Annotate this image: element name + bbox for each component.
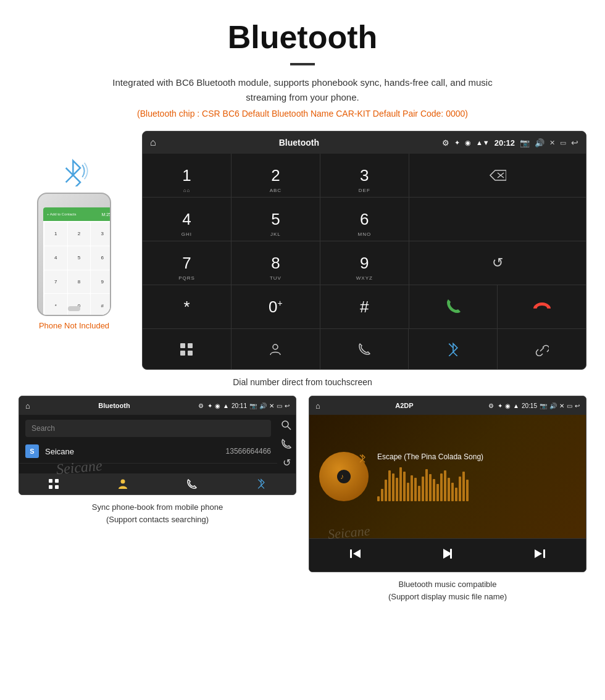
phone-key[interactable]: 5 <box>68 246 91 270</box>
usb-icon: ⚙ <box>442 138 449 148</box>
phonebook-block: ⌂ Bluetooth ⚙ ✦ ◉ ▲ 20:11 📷 🔊 ✕ ▭ ↩ <box>19 396 296 602</box>
search-placeholder: Search <box>31 424 55 433</box>
phone-key[interactable]: 1 <box>44 222 67 246</box>
phone-key[interactable]: 9 <box>91 270 111 294</box>
dial-call-red[interactable] <box>498 285 586 328</box>
phone-key[interactable]: 6 <box>91 246 111 270</box>
svg-line-9 <box>449 343 453 348</box>
music-statusbar: ⌂ A2DP ⚙ ✦ ◉ ▲ 20:15 📷 🔊 ✕ ▭ ↩ <box>309 396 586 415</box>
music-close-icon: ✕ <box>559 402 564 409</box>
phonebook-search-bar[interactable]: Search <box>25 420 271 437</box>
pb-vol-icon: 🔊 <box>259 402 267 409</box>
music-bt-icon: ✦ <box>498 402 503 409</box>
svg-line-10 <box>449 352 453 356</box>
dial-key-7[interactable]: 7PQRS <box>143 241 232 285</box>
close-icon[interactable]: ✕ <box>549 139 555 147</box>
pb-time: 20:11 <box>232 402 247 409</box>
dial-key-2[interactable]: 2ABC <box>232 154 320 197</box>
svg-point-17 <box>121 480 125 484</box>
skip-prev-btn[interactable] <box>342 545 369 565</box>
pb-search-btn[interactable] <box>281 420 292 433</box>
pb-title: Bluetooth <box>34 402 194 409</box>
pb-grid-btn[interactable] <box>19 478 88 490</box>
viz-bar <box>388 470 391 501</box>
phone-key[interactable]: # <box>91 294 111 316</box>
pb-refresh-btn[interactable]: ↺ <box>283 457 291 469</box>
phonebook-bottombar <box>19 473 296 494</box>
dial-key-6[interactable]: 6MNO <box>320 198 409 241</box>
dial-grid-btn[interactable] <box>143 329 232 369</box>
pb-bt-icon: ✦ <box>207 402 212 409</box>
viz-bar <box>407 483 409 501</box>
volume-icon[interactable]: 🔊 <box>535 138 544 148</box>
svg-rect-26 <box>450 549 452 559</box>
svg-point-8 <box>273 344 278 349</box>
music-vol-icon: 🔊 <box>549 402 557 409</box>
dial-person-btn[interactable] <box>232 329 320 369</box>
viz-bar <box>418 486 420 501</box>
dial-link-btn[interactable] <box>498 329 586 369</box>
phonebook-statusbar: ⌂ Bluetooth ⚙ ✦ ◉ ▲ 20:11 📷 🔊 ✕ ▭ ↩ <box>19 396 296 415</box>
viz-bar <box>422 477 424 501</box>
music-loc-icon: ◉ <box>505 402 511 409</box>
phone-home-btn[interactable] <box>68 306 80 311</box>
pb-person-btn[interactable] <box>88 478 157 490</box>
svg-rect-23 <box>350 549 352 558</box>
pb-loc-icon: ◉ <box>215 402 220 409</box>
phonebook-caption: Sync phone-book from mobile phone (Suppo… <box>92 501 223 525</box>
bt-signal-icon <box>59 156 90 186</box>
phone-key[interactable]: 8 <box>68 270 91 294</box>
pb-call-btn[interactable] <box>281 438 292 452</box>
svg-rect-6 <box>180 351 185 356</box>
dial-key-8[interactable]: 8TUV <box>232 241 320 285</box>
phone-key[interactable]: 2 <box>68 222 91 246</box>
dial-key-0[interactable]: 0+ <box>232 285 320 328</box>
skip-next-btn[interactable] <box>526 545 553 565</box>
viz-bar <box>448 478 450 501</box>
dial-statusbar: ⌂ Bluetooth ⚙ ✦ ◉ ▲▼ 20:12 📷 🔊 ✕ ▭ ↩ <box>143 131 586 154</box>
phone-key[interactable]: 3 <box>91 222 111 246</box>
dial-key-1[interactable]: 1⌂⌂ <box>143 154 232 197</box>
dial-backspace[interactable] <box>409 154 586 198</box>
pb-phone2-btn[interactable] <box>157 478 227 490</box>
music-signal-icon: ▲ <box>513 402 519 409</box>
dial-key-5[interactable]: 5JKL <box>232 198 320 241</box>
dial-keypad-left: 1⌂⌂ 2ABC 3DEF 4GHI 5JKL <box>143 154 409 328</box>
dial-main-area: 1⌂⌂ 2ABC 3DEF 4GHI 5JKL <box>143 154 586 328</box>
phone-key[interactable]: 0 <box>68 294 91 316</box>
svg-rect-4 <box>180 343 185 348</box>
svg-line-18 <box>258 480 261 483</box>
camera-icon[interactable]: 📷 <box>520 138 530 148</box>
phone-key[interactable]: 4 <box>44 246 67 270</box>
window-icon[interactable]: ▭ <box>560 139 566 147</box>
page-header: Bluetooth Integrated with BC6 Bluetooth … <box>0 0 605 125</box>
dial-key-9[interactable]: 9WXYZ <box>320 241 409 285</box>
dial-key-star[interactable]: * <box>143 285 232 328</box>
dial-key-4[interactable]: 4GHI <box>143 198 232 241</box>
phonebook-caption-line2: (Support contacts searching) <box>92 514 223 526</box>
contact-row[interactable]: S Seicane 13566664466 <box>19 440 277 464</box>
svg-rect-5 <box>188 343 193 348</box>
music-cam-icon: 📷 <box>540 402 547 409</box>
dial-key-3[interactable]: 3DEF <box>320 154 409 197</box>
pb-back-icon: ↩ <box>285 402 290 409</box>
back-icon[interactable]: ↩ <box>571 138 578 148</box>
viz-bar <box>433 479 435 501</box>
music-home-icon: ⌂ <box>315 401 320 410</box>
svg-line-0 <box>66 168 73 175</box>
viz-bar <box>455 488 457 501</box>
dial-call-green[interactable] <box>409 285 498 328</box>
dial-key-hash[interactable]: # <box>320 285 409 328</box>
dial-refresh[interactable]: ↺ <box>409 241 586 285</box>
pb-signal-icon: ▲ <box>223 402 229 409</box>
pb-bt-btn[interactable] <box>227 478 296 490</box>
svg-line-19 <box>258 485 261 488</box>
dial-bottom-row <box>143 328 586 369</box>
dial-bluetooth-btn[interactable] <box>409 329 498 369</box>
phone-key[interactable]: 7 <box>44 270 67 294</box>
dial-phone-btn[interactable] <box>320 329 409 369</box>
phone-key[interactable]: * <box>44 294 67 316</box>
viz-bar <box>385 480 387 501</box>
music-time: 20:15 <box>522 402 537 409</box>
play-pause-btn[interactable] <box>434 545 461 565</box>
